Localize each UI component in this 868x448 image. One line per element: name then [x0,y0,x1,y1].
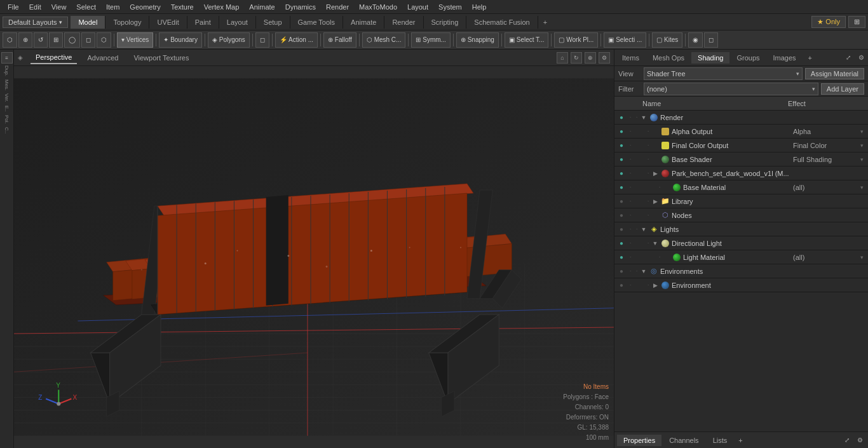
tree-row-dir-light[interactable]: ● · · ▼ Directional Light [614,236,868,250]
tool-work-pl[interactable]: ▢ Work Pl... [554,32,598,48]
vp-home-icon[interactable]: ⌂ [557,52,568,64]
bottom-settings-icon[interactable]: ⚙ [854,435,865,446]
tool-falloff-shape[interactable]: ◻ [255,32,269,48]
tool-select-t[interactable]: ▣ Select T... [505,32,549,48]
menu-render[interactable]: Render [321,2,354,12]
tool-snap[interactable]: ⊕ [18,32,32,48]
tool-kites[interactable]: ▢ Kites [652,32,682,48]
eye-base-shader[interactable]: ● [616,156,627,163]
bottom-expand-icon[interactable]: ⤢ [841,435,853,446]
sidebar-label-vert[interactable]: Ver. [3,92,11,104]
tree-row-environments[interactable]: ● · · ▼ ◎ Environments [614,264,868,278]
tree-row-base-material[interactable]: ● · · Base Material (all) ▾ [614,180,868,194]
tool-rect[interactable]: ◻ [81,32,95,48]
vp-zoom-icon[interactable]: ⊕ [585,52,596,64]
menu-help[interactable]: Help [467,2,492,12]
layout-tab-setup[interactable]: Setup [256,16,290,29]
tool-vertices[interactable]: ▾ Vertices [117,32,153,48]
tree-row-lights[interactable]: ● · · ▼ ◈ Lights [614,222,868,236]
tool-boundary[interactable]: ✦ Boundary [159,32,202,48]
layout-dropdown[interactable]: Default Layouts ▾ [3,17,68,28]
panel-tab-groups[interactable]: Groups [730,52,766,64]
eye-final[interactable]: ● [616,142,627,149]
menu-vertex-map[interactable]: Vertex Map [199,2,245,12]
tree-row-nodes[interactable]: ● · · ⬡ Nodes [614,208,868,222]
eye-library[interactable]: ● [616,198,627,205]
menu-select[interactable]: Select [71,2,101,12]
menu-edit[interactable]: Edit [24,2,46,12]
tool-radio[interactable]: ◉ [688,32,703,48]
menu-layout[interactable]: Layout [402,2,433,12]
eye-dir-light[interactable]: ● [616,240,627,247]
layout-tab-paint[interactable]: Paint [187,16,219,29]
eye-base-material[interactable]: ● [616,184,627,191]
sidebar-label-poly[interactable]: Pol. [3,114,11,125]
sidebar-label-dup[interactable]: Dup. [3,64,11,78]
tree-row-park-bench[interactable]: ● · · ▶ Park_bench_set_dark_wood_v1l (M.… [614,166,868,180]
layout-tab-layout[interactable]: Layout [219,16,256,29]
tool-mesh-c[interactable]: ⬡ Mesh C... [362,32,406,48]
bottom-tab-plus[interactable]: + [735,435,746,446]
tool-mesh[interactable]: ⬡ [3,32,17,48]
filter-dropdown[interactable]: (none) ▾ [644,83,818,95]
layout-tab-game-tools[interactable]: Game Tools [290,16,344,29]
eye-nodes[interactable]: ● [616,212,627,219]
bottom-tab-lists[interactable]: Lists [707,435,734,446]
panel-tab-shading[interactable]: Shading [691,52,729,64]
layout-tab-scripting[interactable]: Scripting [424,16,467,29]
vp-tab-perspective[interactable]: Perspective [31,51,77,64]
tree-row-library[interactable]: ● · · ▶ 📁 Library [614,194,868,208]
panel-tab-mesh-ops[interactable]: Mesh Ops [646,52,691,64]
panel-settings-icon[interactable]: ⚙ [855,52,867,64]
bottom-tab-properties[interactable]: Properties [617,435,661,446]
tool-scale[interactable]: ⊞ [49,32,63,48]
tool-selecti[interactable]: ▣ Selecti ... [604,32,646,48]
tool-falloff[interactable]: ⊕ Falloff [323,32,356,48]
panel-tab-images[interactable]: Images [767,52,803,64]
tool-action[interactable]: ⚡ Action ... [275,32,318,48]
eye-environment[interactable]: ● [616,282,627,288]
sidebar-label-c[interactable]: C.. [3,126,11,135]
eye-park-bench[interactable]: ● [616,170,627,177]
menu-dynamics[interactable]: Dynamics [280,2,321,12]
sidebar-label-mesh[interactable]: Mes. [3,78,11,92]
layout-tab-plus[interactable]: + [538,16,552,29]
tool-polygons[interactable]: ◈ Polygons [208,32,250,48]
assign-material-button[interactable]: Assign Material [805,68,864,79]
expand-button[interactable]: ⊞ [848,16,865,28]
menu-file[interactable]: File [3,2,24,12]
sidebar-label-edge[interactable]: E.. [3,104,11,113]
layout-tab-uvedit[interactable]: UVEdit [149,16,187,29]
eye-env[interactable]: ● [616,268,627,275]
layout-tab-animate[interactable]: Animate [343,16,384,29]
tool-symm[interactable]: ⊞ Symm... [411,32,450,48]
tree-row-environment[interactable]: ● · · ▶ Environment [614,278,868,292]
star-button[interactable]: ★ Only [811,16,846,28]
panel-tab-items[interactable]: Items [616,52,646,64]
tool-circle[interactable]: ◯ [64,32,80,48]
tree-row-light-material[interactable]: ● · · Light Material (all) ▾ [614,250,868,264]
tool-box[interactable]: ◻ [704,32,718,48]
layout-tab-topology[interactable]: Topology [105,16,149,29]
menu-view[interactable]: View [46,2,72,12]
menu-texture[interactable]: Texture [166,2,199,12]
tree-row-alpha-output[interactable]: ● · · Alpha Output Alpha ▾ [614,125,868,139]
shader-tree-dropdown[interactable]: Shader Tree ▾ [644,67,803,80]
menu-max-to-modo[interactable]: MaxToModo [354,2,402,12]
layout-tab-schematic[interactable]: Schematic Fusion [466,16,538,29]
add-layer-button[interactable]: Add Layer [821,83,864,95]
vp-settings-icon[interactable]: ⚙ [599,52,610,64]
menu-geometry[interactable]: Geometry [125,2,165,12]
vp-tab-advanced[interactable]: Advanced [82,52,123,64]
eye-alpha[interactable]: ● [616,128,627,135]
layout-tab-render[interactable]: Render [384,16,423,29]
viewport-canvas[interactable]: X Z Y No Items Polygons : Face Channels:… [14,66,614,448]
tree-row-final-color[interactable]: ● · · Final Color Output Final Color ▾ [614,139,868,153]
tree-row-base-shader[interactable]: ● · · Base Shader Full Shading ▾ [614,153,868,166]
bottom-tab-channels[interactable]: Channels [663,435,705,446]
sidebar-btn-1[interactable]: ≡ [1,52,13,64]
layout-tab-model[interactable]: Model [71,16,105,29]
vp-tab-textures[interactable]: Viewport Textures [128,52,194,64]
eye-light-mat[interactable]: ● [616,254,627,261]
tool-poly-draw[interactable]: ⬡ [97,32,111,48]
